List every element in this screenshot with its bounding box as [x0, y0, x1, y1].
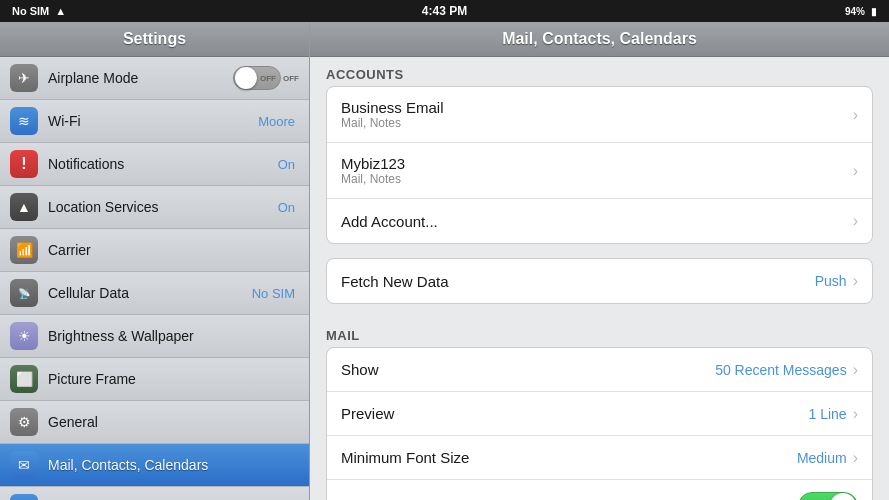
sidebar-item-location-services[interactable]: ▲ Location Services On: [0, 186, 309, 229]
mail-icon: ✉: [10, 451, 38, 479]
chevron-icon: ›: [853, 272, 858, 290]
toggle-knob: [830, 493, 856, 500]
wifi-icon: ▲: [55, 5, 66, 17]
status-left: No SIM ▲: [12, 5, 66, 17]
status-bar: No SIM ▲ 4:43 PM 94% ▮: [0, 0, 889, 22]
sidebar-item-brightness-wallpaper[interactable]: ☀ Brightness & Wallpaper: [0, 315, 309, 358]
airplane-toggle-label: OFF: [283, 74, 299, 83]
chevron-icon: ›: [853, 405, 858, 423]
general-icon: ⚙: [10, 408, 38, 436]
mybiz123-label: Mybiz123: [341, 155, 853, 172]
mybiz123-sublabel: Mail, Notes: [341, 172, 853, 186]
brightness-label: Brightness & Wallpaper: [48, 328, 299, 344]
status-right: 94% ▮: [845, 6, 877, 17]
cellular-value: No SIM: [252, 286, 295, 301]
sidebar-item-notifications[interactable]: ! Notifications On: [0, 143, 309, 186]
business-email-sublabel: Mail, Notes: [341, 116, 853, 130]
minimum-font-size-value: Medium: [797, 450, 847, 466]
minimum-font-size-row[interactable]: Minimum Font Size Medium ›: [327, 436, 872, 480]
carrier-label: Carrier: [48, 242, 299, 258]
airplane-mode-label: Airplane Mode: [48, 70, 233, 86]
wifi-value: Moore: [258, 114, 295, 129]
sidebar-item-cellular-data[interactable]: 📡 Cellular Data No SIM: [0, 272, 309, 315]
sidebar-item-safari[interactable]: 🧭 Safari: [0, 487, 309, 500]
fetch-new-data-value: Push: [815, 273, 847, 289]
fetch-new-data-card: Fetch New Data Push ›: [326, 258, 873, 304]
sidebar-item-airplane-mode[interactable]: ✈ Airplane Mode OFF: [0, 57, 309, 100]
picture-frame-icon: ⬜: [10, 365, 38, 393]
sidebar-header: Settings: [0, 22, 309, 57]
sidebar-title: Settings: [123, 30, 186, 47]
chevron-icon: ›: [853, 361, 858, 379]
chevron-icon: ›: [853, 212, 858, 230]
sidebar: Settings ✈ Airplane Mode OFF ≋ Wi-Fi Moo…: [0, 22, 310, 500]
wifi-icon: ≋: [10, 107, 38, 135]
show-to-cc-toggle[interactable]: ON: [798, 492, 858, 500]
picture-frame-label: Picture Frame: [48, 371, 299, 387]
notifications-icon: !: [10, 150, 38, 178]
preview-value: 1 Line: [809, 406, 847, 422]
cellular-icon: 📡: [10, 279, 38, 307]
sidebar-item-mail-contacts-calendars[interactable]: ✉ Mail, Contacts, Calendars: [0, 444, 309, 487]
content-header: Mail, Contacts, Calendars: [310, 22, 889, 57]
cellular-label: Cellular Data: [48, 285, 252, 301]
chevron-icon: ›: [853, 162, 858, 180]
content-area: Mail, Contacts, Calendars Accounts Busin…: [310, 22, 889, 500]
sidebar-item-wifi[interactable]: ≋ Wi-Fi Moore: [0, 100, 309, 143]
show-row[interactable]: Show 50 Recent Messages ›: [327, 348, 872, 392]
toggle-knob: [235, 67, 257, 89]
fetch-new-data-row[interactable]: Fetch New Data Push ›: [327, 259, 872, 303]
preview-row[interactable]: Preview 1 Line ›: [327, 392, 872, 436]
content-title: Mail, Contacts, Calendars: [502, 30, 697, 47]
wifi-label: Wi-Fi: [48, 113, 258, 129]
add-account-row[interactable]: Add Account... ›: [327, 199, 872, 243]
safari-icon: 🧭: [10, 494, 38, 500]
carrier-icon: 📶: [10, 236, 38, 264]
airplane-icon: ✈: [10, 64, 38, 92]
show-label: Show: [341, 361, 715, 378]
mail-card: Show 50 Recent Messages › Preview 1 Line…: [326, 347, 873, 500]
airplane-mode-toggle[interactable]: [233, 66, 281, 90]
fetch-new-data-label: Fetch New Data: [341, 273, 815, 290]
minimum-font-size-label: Minimum Font Size: [341, 449, 797, 466]
accounts-section-label: Accounts: [310, 57, 889, 86]
show-value: 50 Recent Messages: [715, 362, 847, 378]
notifications-label: Notifications: [48, 156, 278, 172]
main-container: Settings ✈ Airplane Mode OFF ≋ Wi-Fi Moo…: [0, 22, 889, 500]
location-value: On: [278, 200, 295, 215]
accounts-card: Business Email Mail, Notes › Mybiz123 Ma…: [326, 86, 873, 244]
show-to-cc-row[interactable]: Show To/Cc Label ON: [327, 480, 872, 500]
battery-icon: ▮: [871, 6, 877, 17]
chevron-icon: ›: [853, 449, 858, 467]
business-email-row[interactable]: Business Email Mail, Notes ›: [327, 87, 872, 143]
preview-label: Preview: [341, 405, 809, 422]
sidebar-item-carrier[interactable]: 📶 Carrier: [0, 229, 309, 272]
sidebar-item-picture-frame[interactable]: ⬜ Picture Frame: [0, 358, 309, 401]
chevron-icon: ›: [853, 106, 858, 124]
status-time: 4:43 PM: [422, 4, 467, 18]
sidebar-item-general[interactable]: ⚙ General: [0, 401, 309, 444]
carrier-label: No SIM: [12, 5, 49, 17]
notifications-value: On: [278, 157, 295, 172]
general-label: General: [48, 414, 299, 430]
mail-contacts-label: Mail, Contacts, Calendars: [48, 457, 299, 473]
add-account-label: Add Account...: [341, 213, 853, 230]
location-icon: ▲: [10, 193, 38, 221]
brightness-icon: ☀: [10, 322, 38, 350]
location-label: Location Services: [48, 199, 278, 215]
business-email-label: Business Email: [341, 99, 853, 116]
mail-section-label: Mail: [310, 318, 889, 347]
mybiz123-row[interactable]: Mybiz123 Mail, Notes ›: [327, 143, 872, 199]
battery-label: 94%: [845, 6, 865, 17]
